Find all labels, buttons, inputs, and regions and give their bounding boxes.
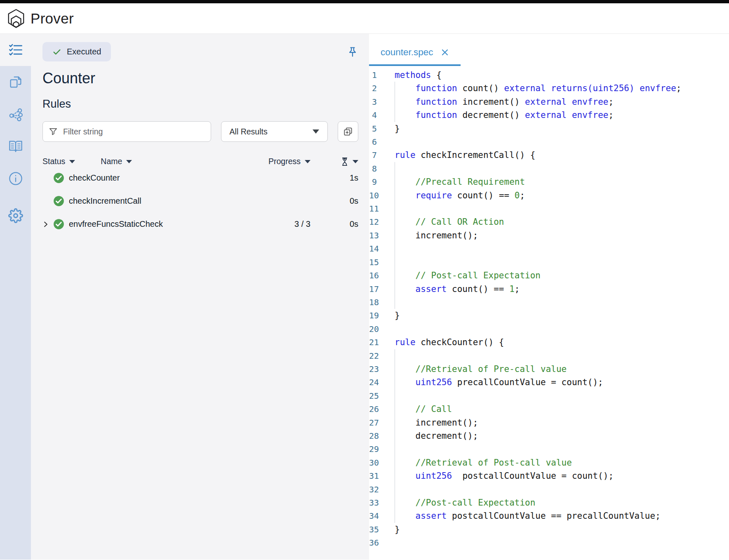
rule-progress: 3 / 3 (294, 219, 310, 229)
graph-icon (8, 107, 23, 122)
code-line-content (395, 162, 400, 175)
code-line-content: uint256 postcallCountValue = count(); (395, 469, 614, 482)
sort-progress[interactable]: Progress (268, 157, 310, 166)
code-line-content (395, 256, 400, 269)
sidebar-item-info[interactable] (0, 162, 31, 195)
line-number: 22 (369, 349, 395, 362)
code-line: 32 (369, 483, 729, 496)
pin-button[interactable] (347, 46, 358, 59)
code-line: 30 //Retrieval of Post-call value (369, 456, 729, 469)
prover-logo-icon (6, 8, 26, 29)
sidebar-item-settings[interactable] (0, 200, 31, 232)
table-row[interactable]: checkCounter1s (42, 167, 358, 189)
code-line-content (395, 349, 400, 362)
book-icon (8, 139, 23, 154)
rule-name[interactable]: checkCounter (69, 173, 120, 183)
chevron-down-icon (313, 129, 319, 134)
line-number: 11 (369, 202, 395, 215)
code-line: 29 (369, 442, 729, 456)
code-line-content: //Retrieval of Pre-call value (395, 362, 567, 376)
sidebar-item-call-graph[interactable] (0, 98, 31, 130)
line-number: 1 (369, 68, 395, 82)
top-strip (0, 0, 729, 3)
caret-down-icon (126, 160, 132, 163)
code-line: 9 //Precall Requirement (369, 175, 729, 188)
sort-status[interactable]: Status (42, 157, 75, 166)
code-line-content: // Post-call Expectation (395, 269, 541, 282)
code-line-content: //Post-call Expectation (395, 496, 535, 509)
expand-chevron-icon[interactable] (42, 221, 52, 228)
table-row[interactable]: checkIncrementCall0s (42, 190, 358, 212)
line-number: 17 (369, 282, 395, 296)
line-number: 28 (369, 429, 395, 442)
code-line: 10 require count() == 0; (369, 189, 729, 202)
line-number: 20 (369, 322, 395, 336)
code-line: 1methods { (369, 68, 729, 82)
tab-counter-spec[interactable]: counter.spec (369, 47, 461, 66)
status-badge: Executed (42, 42, 111, 61)
code-line-content: //Retrieval of Post-call value (395, 456, 572, 469)
line-number: 21 (369, 336, 395, 349)
code-line: 11 (369, 202, 729, 215)
code-line-content: uint256 precallCountValue = count(); (395, 376, 603, 389)
sidebar-item-docs[interactable] (0, 130, 31, 162)
status-badge-label: Executed (67, 47, 101, 56)
code-line-content: rule checkCounter() { (395, 336, 504, 349)
code-line-content: function count() external returns(uint25… (395, 82, 681, 95)
progress-header-label: Progress (268, 157, 301, 166)
line-number: 13 (369, 229, 395, 242)
code-line: 22 (369, 349, 729, 362)
filter-input[interactable] (62, 127, 205, 137)
duplicate-view-button[interactable] (338, 121, 358, 142)
line-number: 35 (369, 523, 395, 536)
code-line-content: //Precall Requirement (395, 175, 525, 188)
code-line-content (395, 483, 400, 496)
line-number: 4 (369, 108, 395, 122)
code-line-content (395, 202, 400, 215)
line-number: 18 (369, 296, 395, 309)
code-line: 31 uint256 postcallCountValue = count(); (369, 469, 729, 482)
sort-time[interactable] (310, 157, 358, 166)
code-line-content (395, 389, 400, 402)
code-line: 17 assert count() == 1; (369, 282, 729, 296)
icon-sidebar (0, 34, 31, 560)
rule-name[interactable]: envfreeFuncsStaticCheck (69, 219, 163, 229)
code-line: 15 (369, 256, 729, 269)
rules-panel: Executed Counter Rules All Results (31, 34, 369, 560)
rule-time: 0s (310, 196, 358, 206)
status-verified-icon (53, 195, 64, 207)
code-line: 3 function increment() external envfree; (369, 95, 729, 108)
code-line: 8 (369, 162, 729, 175)
code-line: 7rule checkIncrementCall() { (369, 148, 729, 162)
line-number: 19 (369, 309, 395, 322)
rule-name[interactable]: checkIncrementCall (69, 196, 141, 206)
line-number: 14 (369, 242, 395, 255)
table-row[interactable]: envfreeFuncsStaticCheck3 / 30s (42, 213, 358, 235)
code-line: 25 (369, 389, 729, 402)
code-line: 6 (369, 135, 729, 148)
filter-input-wrapper (42, 121, 211, 142)
results-filter-select[interactable]: All Results (221, 121, 328, 142)
sidebar-item-files[interactable] (0, 66, 31, 98)
line-number: 5 (369, 122, 395, 135)
rule-time: 1s (310, 173, 358, 183)
code-line-content (395, 135, 400, 148)
app-title: Prover (31, 10, 74, 27)
code-line-content (395, 296, 400, 309)
sort-name[interactable]: Name (101, 157, 132, 166)
code-line: 2 function count() external returns(uint… (369, 82, 729, 95)
line-number: 25 (369, 389, 395, 402)
sidebar-item-rules[interactable] (0, 34, 31, 66)
code-line: 23 //Retrieval of Pre-call value (369, 362, 729, 376)
code-line-content: // Call OR Action (395, 215, 504, 228)
code-line-content: assert postcallCountValue == precallCoun… (395, 509, 661, 522)
line-number: 8 (369, 162, 395, 175)
line-number: 7 (369, 148, 395, 162)
line-number: 29 (369, 442, 395, 456)
code-line: 13 increment(); (369, 229, 729, 242)
line-number: 2 (369, 82, 395, 95)
info-icon (8, 171, 23, 186)
code-line-content: function increment() external envfree; (395, 95, 614, 108)
caret-down-icon (305, 160, 310, 163)
close-icon[interactable] (441, 48, 449, 56)
